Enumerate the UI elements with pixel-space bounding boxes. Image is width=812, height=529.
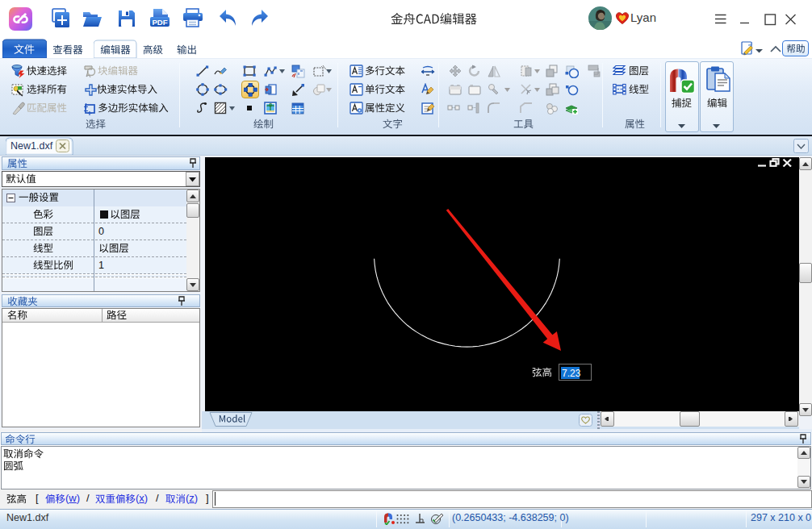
svg-text:PDF: PDF — [153, 18, 168, 27]
